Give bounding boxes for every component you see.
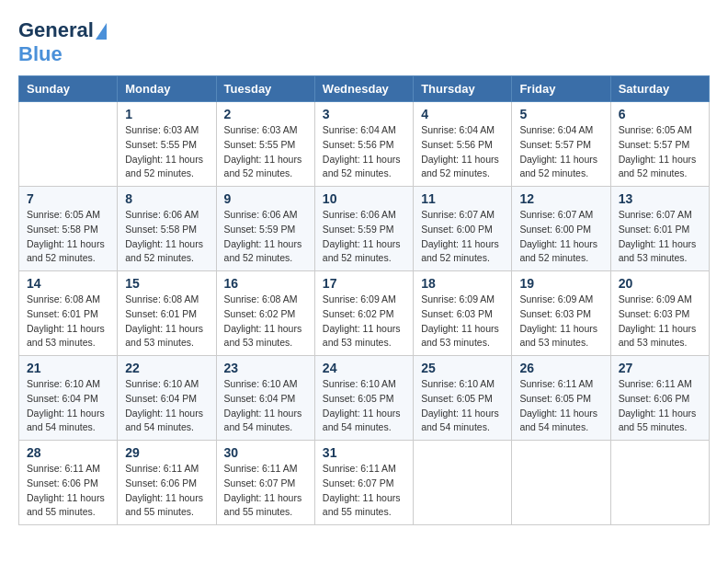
logo-blue: Blue [18,42,63,65]
calendar-cell [414,441,512,525]
day-info: Sunrise: 6:07 AM Sunset: 6:01 PM Dayligh… [619,208,701,266]
page-header: General Blue [18,18,710,66]
day-info: Sunrise: 6:11 AM Sunset: 6:06 PM Dayligh… [125,462,208,520]
calendar-cell: 29Sunrise: 6:11 AM Sunset: 6:06 PM Dayli… [118,441,216,525]
day-number: 11 [421,191,504,206]
day-number: 27 [619,361,701,375]
calendar-cell: 9Sunrise: 6:06 AM Sunset: 5:59 PM Daylig… [216,187,314,271]
day-info: Sunrise: 6:07 AM Sunset: 6:00 PM Dayligh… [519,208,602,266]
calendar-cell [19,102,118,187]
day-number: 1 [125,107,208,121]
calendar-cell: 7Sunrise: 6:05 AM Sunset: 5:58 PM Daylig… [19,187,118,271]
calendar-cell: 30Sunrise: 6:11 AM Sunset: 6:07 PM Dayli… [216,441,314,525]
day-info: Sunrise: 6:08 AM Sunset: 6:01 PM Dayligh… [27,293,109,350]
day-info: Sunrise: 6:09 AM Sunset: 6:02 PM Dayligh… [323,293,405,350]
calendar-cell: 17Sunrise: 6:09 AM Sunset: 6:02 PM Dayli… [314,271,413,356]
day-info: Sunrise: 6:11 AM Sunset: 6:06 PM Dayligh… [619,377,701,435]
calendar-cell [512,441,610,525]
day-header-monday: Monday [118,76,216,102]
calendar-header: SundayMondayTuesdayWednesdayThursdayFrid… [19,76,710,102]
calendar-cell: 1Sunrise: 6:03 AM Sunset: 5:55 PM Daylig… [118,102,216,187]
calendar-cell: 10Sunrise: 6:06 AM Sunset: 5:59 PM Dayli… [314,187,413,271]
day-info: Sunrise: 6:11 AM Sunset: 6:06 PM Dayligh… [27,462,109,520]
day-number: 31 [323,445,405,460]
calendar-cell: 31Sunrise: 6:11 AM Sunset: 6:07 PM Dayli… [314,441,413,525]
day-info: Sunrise: 6:09 AM Sunset: 6:03 PM Dayligh… [421,293,504,350]
day-number: 2 [224,107,307,121]
calendar-cell: 25Sunrise: 6:10 AM Sunset: 6:05 PM Dayli… [414,356,512,441]
calendar-cell: 27Sunrise: 6:11 AM Sunset: 6:06 PM Dayli… [610,356,709,441]
day-number: 9 [224,191,307,206]
week-row-1: 1Sunrise: 6:03 AM Sunset: 5:55 PM Daylig… [19,102,710,187]
calendar-cell: 23Sunrise: 6:10 AM Sunset: 6:04 PM Dayli… [216,356,314,441]
calendar-table: SundayMondayTuesdayWednesdayThursdayFrid… [18,75,710,525]
day-header-friday: Friday [512,76,610,102]
calendar-cell: 5Sunrise: 6:04 AM Sunset: 5:57 PM Daylig… [512,102,610,187]
logo: General Blue [18,18,107,66]
day-info: Sunrise: 6:04 AM Sunset: 5:56 PM Dayligh… [421,123,504,181]
calendar-cell [610,441,709,525]
calendar-cell: 22Sunrise: 6:10 AM Sunset: 6:04 PM Dayli… [118,356,216,441]
day-header-saturday: Saturday [610,76,709,102]
calendar-cell: 4Sunrise: 6:04 AM Sunset: 5:56 PM Daylig… [414,102,512,187]
day-info: Sunrise: 6:05 AM Sunset: 5:58 PM Dayligh… [27,208,109,266]
day-number: 4 [421,107,504,121]
day-info: Sunrise: 6:11 AM Sunset: 6:07 PM Dayligh… [323,462,405,520]
calendar-cell: 16Sunrise: 6:08 AM Sunset: 6:02 PM Dayli… [216,271,314,356]
day-info: Sunrise: 6:04 AM Sunset: 5:57 PM Dayligh… [519,123,602,181]
day-number: 22 [125,361,208,375]
calendar-cell: 12Sunrise: 6:07 AM Sunset: 6:00 PM Dayli… [512,187,610,271]
day-header-thursday: Thursday [414,76,512,102]
day-number: 3 [323,107,405,121]
day-number: 30 [224,445,307,460]
day-info: Sunrise: 6:11 AM Sunset: 6:07 PM Dayligh… [224,462,307,520]
day-info: Sunrise: 6:10 AM Sunset: 6:05 PM Dayligh… [421,377,504,435]
day-number: 23 [224,361,307,375]
calendar-cell: 28Sunrise: 6:11 AM Sunset: 6:06 PM Dayli… [19,441,118,525]
day-number: 24 [323,361,405,375]
day-info: Sunrise: 6:09 AM Sunset: 6:03 PM Dayligh… [619,293,701,350]
calendar-body: 1Sunrise: 6:03 AM Sunset: 5:55 PM Daylig… [19,102,710,525]
day-number: 15 [125,276,208,291]
day-number: 6 [619,107,701,121]
calendar-cell: 6Sunrise: 6:05 AM Sunset: 5:57 PM Daylig… [610,102,709,187]
day-number: 20 [619,276,701,291]
day-number: 19 [519,276,602,291]
calendar-cell: 26Sunrise: 6:11 AM Sunset: 6:05 PM Dayli… [512,356,610,441]
week-row-4: 21Sunrise: 6:10 AM Sunset: 6:04 PM Dayli… [19,356,710,441]
week-row-2: 7Sunrise: 6:05 AM Sunset: 5:58 PM Daylig… [19,187,710,271]
day-info: Sunrise: 6:08 AM Sunset: 6:01 PM Dayligh… [125,293,208,350]
day-info: Sunrise: 6:03 AM Sunset: 5:55 PM Dayligh… [125,123,208,181]
calendar-cell: 24Sunrise: 6:10 AM Sunset: 6:05 PM Dayli… [314,356,413,441]
calendar-cell: 8Sunrise: 6:06 AM Sunset: 5:58 PM Daylig… [118,187,216,271]
day-info: Sunrise: 6:07 AM Sunset: 6:00 PM Dayligh… [421,208,504,266]
day-number: 10 [323,191,405,206]
logo-general: General [18,18,94,42]
day-number: 8 [125,191,208,206]
day-number: 18 [421,276,504,291]
week-row-3: 14Sunrise: 6:08 AM Sunset: 6:01 PM Dayli… [19,271,710,356]
day-info: Sunrise: 6:10 AM Sunset: 6:04 PM Dayligh… [27,377,109,435]
day-info: Sunrise: 6:09 AM Sunset: 6:03 PM Dayligh… [519,293,602,350]
day-number: 5 [519,107,602,121]
calendar-cell: 20Sunrise: 6:09 AM Sunset: 6:03 PM Dayli… [610,271,709,356]
day-info: Sunrise: 6:10 AM Sunset: 6:04 PM Dayligh… [125,377,208,435]
day-number: 21 [27,361,109,375]
day-number: 29 [125,445,208,460]
day-header-sunday: Sunday [19,76,118,102]
day-info: Sunrise: 6:03 AM Sunset: 5:55 PM Dayligh… [224,123,307,181]
day-info: Sunrise: 6:04 AM Sunset: 5:56 PM Dayligh… [323,123,405,181]
calendar-cell: 19Sunrise: 6:09 AM Sunset: 6:03 PM Dayli… [512,271,610,356]
calendar-cell: 11Sunrise: 6:07 AM Sunset: 6:00 PM Dayli… [414,187,512,271]
week-row-5: 28Sunrise: 6:11 AM Sunset: 6:06 PM Dayli… [19,441,710,525]
day-info: Sunrise: 6:11 AM Sunset: 6:05 PM Dayligh… [519,377,602,435]
day-number: 7 [27,191,109,206]
day-header-wednesday: Wednesday [314,76,413,102]
calendar-cell: 18Sunrise: 6:09 AM Sunset: 6:03 PM Dayli… [414,271,512,356]
calendar-cell: 3Sunrise: 6:04 AM Sunset: 5:56 PM Daylig… [314,102,413,187]
day-info: Sunrise: 6:05 AM Sunset: 5:57 PM Dayligh… [619,123,701,181]
day-info: Sunrise: 6:06 AM Sunset: 5:59 PM Dayligh… [323,208,405,266]
day-number: 14 [27,276,109,291]
day-number: 16 [224,276,307,291]
header-row: SundayMondayTuesdayWednesdayThursdayFrid… [19,76,710,102]
